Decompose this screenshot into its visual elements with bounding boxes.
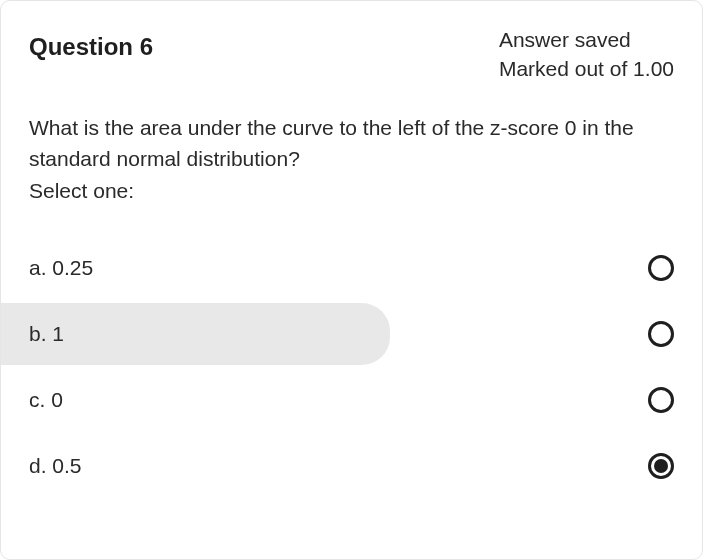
question-header: Question 6 Answer saved Marked out of 1.…	[29, 25, 674, 84]
question-card: Question 6 Answer saved Marked out of 1.…	[0, 0, 703, 560]
option-label: a. 0.25	[29, 256, 93, 280]
options-list: a. 0.25 b. 1 c. 0 d. 0.5	[29, 235, 674, 499]
radio-icon[interactable]	[648, 453, 674, 479]
option-d[interactable]: d. 0.5	[29, 433, 674, 499]
radio-icon[interactable]	[648, 387, 674, 413]
question-text: What is the area under the curve to the …	[29, 112, 674, 175]
radio-icon[interactable]	[648, 255, 674, 281]
option-label: b. 1	[29, 322, 64, 346]
question-title: Question 6	[29, 25, 153, 61]
status-saved: Answer saved	[499, 25, 674, 54]
radio-icon[interactable]	[648, 321, 674, 347]
option-label: c. 0	[29, 388, 63, 412]
option-b[interactable]: b. 1	[29, 301, 674, 367]
select-one-label: Select one:	[29, 179, 674, 203]
option-a[interactable]: a. 0.25	[29, 235, 674, 301]
status-block: Answer saved Marked out of 1.00	[499, 25, 674, 84]
option-label: d. 0.5	[29, 454, 82, 478]
status-marks: Marked out of 1.00	[499, 54, 674, 83]
option-c[interactable]: c. 0	[29, 367, 674, 433]
